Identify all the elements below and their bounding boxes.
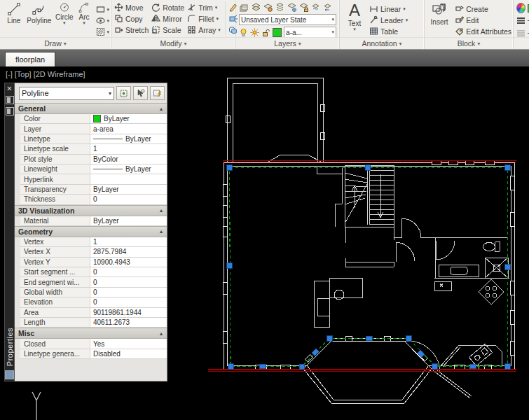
lineweight-combo[interactable] bbox=[516, 15, 529, 26]
collapse-icon[interactable]: ▴ bbox=[160, 330, 163, 337]
layer-state-combo[interactable]: Unsaved Layer State▾ bbox=[239, 14, 336, 25]
property-value[interactable] bbox=[90, 174, 167, 183]
leader-button[interactable]: Leader▾ bbox=[369, 15, 408, 25]
fillet-button[interactable]: Fillet▾ bbox=[187, 13, 221, 24]
arc-dropdown-icon[interactable]: ▾ bbox=[83, 22, 85, 24]
rotate-button[interactable]: Rotate bbox=[151, 2, 184, 13]
circle-dropdown-icon[interactable]: ▾ bbox=[63, 22, 66, 24]
property-value[interactable]: 0 bbox=[90, 298, 167, 307]
bulb-icon[interactable] bbox=[239, 28, 248, 37]
layers-panel-label[interactable]: Layers▾ bbox=[236, 37, 339, 49]
layer-prev-icon[interactable] bbox=[322, 2, 333, 13]
layer-properties-icon[interactable] bbox=[239, 2, 249, 13]
property-value[interactable]: 90119861.1944 bbox=[90, 308, 167, 317]
edit-block-button[interactable]: Edit bbox=[455, 15, 511, 25]
layer-match-icon[interactable] bbox=[310, 2, 321, 13]
property-value[interactable]: 0 bbox=[90, 267, 167, 276]
property-value[interactable]: ByLayer bbox=[90, 164, 167, 174]
insert-button[interactable]: Insert bbox=[427, 2, 451, 36]
create-block-button[interactable]: Create bbox=[455, 4, 511, 14]
floorplan-drawing[interactable] bbox=[168, 66, 529, 420]
annotation-panel-label[interactable]: Annotation▾ bbox=[340, 37, 424, 49]
toggle-pickadd-button[interactable] bbox=[116, 86, 131, 100]
layer-unisolate-icon[interactable] bbox=[275, 2, 285, 13]
property-value[interactable]: 1 bbox=[90, 237, 167, 246]
arc-button[interactable]: Arc ▾ bbox=[76, 2, 93, 24]
viewport-menu-control[interactable]: [-] bbox=[6, 70, 13, 78]
quick-select-button[interactable] bbox=[150, 86, 165, 100]
property-value[interactable]: 2875.7984 bbox=[90, 247, 167, 256]
property-value[interactable]: ByLayer bbox=[90, 216, 167, 225]
collapse-icon[interactable]: ▴ bbox=[160, 106, 163, 112]
draw-panel-label[interactable]: Draw▾ bbox=[0, 37, 111, 49]
property-value[interactable]: ByLayer bbox=[90, 114, 167, 123]
layer-state-icon[interactable] bbox=[251, 2, 261, 13]
array-dropdown-icon[interactable]: ▾ bbox=[218, 27, 221, 33]
hatch-dropdown-icon[interactable]: ▾ bbox=[107, 29, 109, 35]
mirror-button[interactable]: Mirror bbox=[151, 13, 184, 24]
block-panel-label[interactable]: Block▾ bbox=[425, 37, 513, 49]
scale-button[interactable]: Scale bbox=[151, 24, 184, 35]
palette-settings-icon[interactable] bbox=[6, 107, 14, 115]
property-value[interactable]: 10900.4943 bbox=[90, 258, 167, 267]
property-value[interactable]: Disabled bbox=[90, 349, 167, 358]
move-button[interactable]: Move bbox=[114, 2, 149, 13]
view-control[interactable]: [Top] bbox=[15, 70, 32, 78]
linear-dimension-button[interactable]: Linear▾ bbox=[369, 4, 408, 14]
modify-panel-label[interactable]: Modify▾ bbox=[111, 37, 235, 49]
ellipse-dropdown-icon[interactable]: ▾ bbox=[107, 18, 109, 24]
leader-dropdown-icon[interactable]: ▾ bbox=[406, 18, 408, 23]
table-button[interactable]: Table bbox=[369, 26, 408, 36]
section-header[interactable]: Geometry▴ bbox=[15, 226, 167, 237]
rectangle-dropdown-icon[interactable]: ▾ bbox=[107, 7, 109, 13]
property-value[interactable]: ByColor bbox=[90, 155, 167, 164]
collapse-icon[interactable]: ▴ bbox=[160, 207, 163, 214]
property-value[interactable]: 0 bbox=[90, 195, 167, 204]
layer-isolate-icon[interactable] bbox=[263, 2, 273, 13]
close-icon[interactable]: ✕ bbox=[6, 85, 12, 93]
select-objects-button[interactable] bbox=[133, 86, 148, 100]
text-dropdown-icon[interactable]: ▾ bbox=[353, 28, 356, 31]
property-value[interactable]: a-area bbox=[90, 124, 167, 133]
object-type-combo[interactable]: Polyline▾ bbox=[19, 87, 114, 100]
linear-dropdown-icon[interactable]: ▾ bbox=[403, 6, 406, 12]
array-button[interactable]: Array▾ bbox=[187, 24, 221, 35]
stretch-button[interactable]: Stretch bbox=[114, 24, 149, 35]
unlock-icon[interactable] bbox=[261, 28, 270, 37]
hatch-tool-button[interactable]: ▾ bbox=[95, 27, 109, 37]
object-color-combo[interactable]: ByLayer bbox=[516, 3, 529, 13]
copy-button[interactable]: Copy bbox=[114, 13, 149, 24]
line-button[interactable]: Line bbox=[3, 2, 25, 24]
property-value[interactable]: ByLayer bbox=[90, 185, 167, 194]
sun-icon[interactable] bbox=[250, 28, 259, 37]
autohide-icon[interactable] bbox=[6, 96, 14, 104]
ellipse-tool-button[interactable]: ▾ bbox=[95, 15, 109, 26]
collapse-icon[interactable]: ▴ bbox=[160, 228, 163, 234]
property-value[interactable]: ByLayer bbox=[90, 134, 167, 144]
property-value[interactable]: 0 bbox=[90, 288, 167, 297]
section-header[interactable]: Misc▴ bbox=[15, 328, 167, 339]
properties-panel-label[interactable]: Pro bbox=[514, 37, 529, 49]
property-value[interactable]: 1 bbox=[90, 144, 167, 153]
drawing-viewport[interactable]: [-] [Top] [2D Wireframe] bbox=[0, 66, 529, 420]
property-value[interactable]: Yes bbox=[90, 339, 167, 348]
text-button[interactable]: A Text ▾ bbox=[344, 2, 365, 36]
property-value[interactable]: 40611.2673 bbox=[90, 318, 167, 327]
section-header[interactable]: 3D Visualization▴ bbox=[15, 205, 167, 216]
rectangle-tool-button[interactable]: ▾ bbox=[95, 4, 109, 15]
section-header[interactable]: General▴ bbox=[15, 103, 167, 114]
property-value[interactable]: 0 bbox=[90, 277, 167, 286]
palette-options-icon[interactable] bbox=[5, 370, 14, 379]
edit-attributes-button[interactable]: Edit Attributes bbox=[455, 26, 511, 36]
layer-freeze-icon[interactable] bbox=[287, 2, 297, 13]
visual-style-control[interactable]: [2D Wireframe] bbox=[34, 70, 85, 78]
circle-button[interactable]: Circle ▾ bbox=[53, 2, 76, 24]
trim-button[interactable]: Trim▾ bbox=[187, 2, 221, 13]
trim-dropdown-icon[interactable]: ▾ bbox=[215, 5, 218, 10]
layer-lock-icon[interactable] bbox=[298, 2, 309, 13]
layer-combo[interactable]: a-a...▾ bbox=[284, 27, 336, 38]
fillet-dropdown-icon[interactable]: ▾ bbox=[216, 16, 219, 22]
layer-color-swatch[interactable] bbox=[273, 28, 282, 37]
polyline-button[interactable]: Polyline bbox=[25, 2, 53, 24]
tab-floorplan[interactable]: floorplan bbox=[5, 52, 55, 66]
